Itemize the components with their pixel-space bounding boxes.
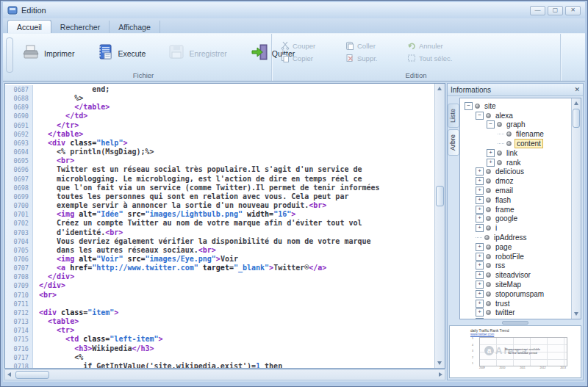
tree-item-alexa[interactable]: −alexa xyxy=(462,111,571,120)
expand-icon[interactable]: + xyxy=(487,149,495,157)
tree-item-label[interactable]: rank xyxy=(505,159,522,167)
tree-item-rank[interactable]: +rank xyxy=(462,158,571,167)
tree-item-label[interactable]: i xyxy=(494,224,498,232)
tree-item-google[interactable]: +google xyxy=(462,214,571,224)
collapse-icon[interactable]: − xyxy=(476,112,484,120)
tree-item-siteadvisor[interactable]: +siteadvisor xyxy=(462,270,571,280)
tree-item-graph[interactable]: −graph xyxy=(462,120,571,130)
tree-item-label[interactable]: filename xyxy=(514,130,545,138)
tree-scroll-thumb[interactable] xyxy=(573,109,580,128)
tree-item-label[interactable]: content xyxy=(514,139,543,148)
tree-item-label[interactable]: siteadvisor xyxy=(494,271,532,279)
tree-item-label[interactable]: dmoz xyxy=(494,177,514,185)
tree-item-site[interactable]: −site xyxy=(462,101,571,111)
tree-item-label[interactable]: google xyxy=(494,214,519,223)
expand-icon[interactable]: + xyxy=(476,308,484,317)
expand-icon[interactable]: + xyxy=(476,243,484,251)
code-editor[interactable]: 0687 end;0688 %>0689 </table>0690 </td>0… xyxy=(4,83,445,369)
tab-liste[interactable]: Liste xyxy=(448,104,459,128)
expand-icon[interactable]: + xyxy=(476,253,484,261)
expand-icon[interactable]: + xyxy=(476,214,484,223)
expand-icon[interactable]: + xyxy=(476,261,484,270)
tree-item-robotFile[interactable]: +robotFile xyxy=(462,252,571,261)
tree-item-label[interactable]: site xyxy=(483,102,498,110)
tree-item-flash[interactable]: +flash xyxy=(462,195,571,205)
delete-button[interactable]: Suppr. xyxy=(345,52,407,65)
tree-item-twitter[interactable]: +twitter xyxy=(462,308,571,318)
tree-item-label[interactable]: rss xyxy=(494,261,506,270)
tree-item-filename[interactable]: filename xyxy=(462,129,571,139)
expand-icon[interactable]: + xyxy=(476,224,484,232)
tree-item-label[interactable]: twitter xyxy=(494,308,517,317)
minimize-icon[interactable]: — xyxy=(530,6,545,15)
scroll-up-icon[interactable] xyxy=(437,87,442,90)
editor-vscrollbar[interactable] xyxy=(434,84,445,368)
expand-icon[interactable]: + xyxy=(476,206,484,214)
tree-scroll-up-icon[interactable] xyxy=(574,101,578,105)
tree-item-i[interactable]: +i xyxy=(462,223,571,233)
maximize-icon[interactable]: ▢ xyxy=(548,6,563,15)
undo-button[interactable]: Annuler xyxy=(407,40,478,52)
print-button[interactable]: Imprimer xyxy=(15,41,80,66)
tree-item-email[interactable]: +email xyxy=(462,186,571,195)
tree-item-label[interactable]: email xyxy=(494,187,514,195)
tree-item-url[interactable]: +url xyxy=(462,317,571,319)
tree-item-label[interactable]: robotFile xyxy=(494,253,526,261)
tree-item-stoporumspam[interactable]: +stoporumspam xyxy=(462,289,571,299)
expand-icon[interactable]: + xyxy=(476,290,484,298)
tree-item-link[interactable]: +link xyxy=(462,148,571,158)
editor-vscroll-thumb[interactable] xyxy=(436,186,444,206)
tree-item-delicious[interactable]: +delicious xyxy=(462,167,571,177)
expand-icon[interactable]: + xyxy=(476,196,484,204)
tree-item-label[interactable]: stoporumspam xyxy=(494,290,545,298)
expand-icon[interactable]: + xyxy=(476,300,484,308)
tree-item-frame[interactable]: +frame xyxy=(462,205,571,214)
tree-item-label[interactable]: frame xyxy=(494,206,516,214)
code-lines[interactable]: 0687 end;0688 %>0689 </table>0690 </td>0… xyxy=(5,84,434,368)
expand-icon[interactable]: + xyxy=(476,318,484,319)
tab-accueil[interactable]: Accueil xyxy=(7,20,51,33)
select-all-button[interactable]: Tout sélec. xyxy=(407,52,478,65)
tree-item-trust[interactable]: +trust xyxy=(462,299,571,308)
execute-button[interactable]: Execute xyxy=(90,40,151,67)
expand-icon[interactable]: + xyxy=(476,281,484,289)
tree-scrollbar[interactable] xyxy=(571,98,581,319)
tree-item-label[interactable]: url xyxy=(494,318,505,319)
tab-affichage[interactable]: Affichage xyxy=(110,21,160,33)
tree-item-label[interactable]: siteMap xyxy=(494,281,523,289)
panel-close-icon[interactable]: ✕ xyxy=(574,86,580,93)
expand-icon[interactable]: + xyxy=(487,159,495,167)
tree-item-label[interactable]: flash xyxy=(494,196,512,204)
save-button[interactable]: Enregistrer xyxy=(162,40,232,67)
tree-item-label[interactable]: alexa xyxy=(494,112,514,120)
close-icon[interactable]: ✕ xyxy=(565,6,581,15)
expand-icon[interactable]: + xyxy=(476,271,484,279)
paste-button[interactable]: Coller xyxy=(345,40,407,52)
scroll-left-icon[interactable] xyxy=(7,372,11,377)
scroll-right-icon[interactable] xyxy=(439,372,442,377)
copy-button[interactable]: Copier xyxy=(281,52,345,65)
tree-item-label[interactable]: graph xyxy=(505,120,527,129)
tab-rechercher[interactable]: Rechercher xyxy=(51,21,110,33)
tree-item-dmoz[interactable]: +dmoz xyxy=(462,176,571,186)
cut-button[interactable]: Couper xyxy=(281,40,345,52)
tree-item-label[interactable]: page xyxy=(494,243,513,251)
tree-item-content[interactable]: content xyxy=(462,139,571,148)
collapse-icon[interactable]: − xyxy=(465,102,473,110)
panel-splitter[interactable] xyxy=(448,319,583,325)
collapse-icon[interactable]: − xyxy=(487,120,495,129)
editor-hscrollbar[interactable] xyxy=(4,369,445,380)
expand-icon[interactable]: + xyxy=(476,187,484,195)
tree-scroll-down-icon[interactable] xyxy=(574,312,578,316)
expand-icon[interactable]: + xyxy=(476,167,484,176)
tree-item-label[interactable]: trust xyxy=(494,300,511,308)
tree-item-label[interactable]: link xyxy=(505,149,519,157)
tree-item-ipAddress[interactable]: ipAddress xyxy=(462,233,571,242)
tree-item-rss[interactable]: +rss xyxy=(462,261,571,271)
tree-item-label[interactable]: delicious xyxy=(494,167,526,176)
tree[interactable]: −site−alexa−graphfilenamecontent+link+ra… xyxy=(460,98,571,319)
expand-icon[interactable]: + xyxy=(476,177,484,185)
scroll-down-icon[interactable] xyxy=(437,361,442,365)
tree-item-label[interactable]: ipAddress xyxy=(492,234,528,242)
tab-arbre[interactable]: Arbre xyxy=(448,129,459,156)
